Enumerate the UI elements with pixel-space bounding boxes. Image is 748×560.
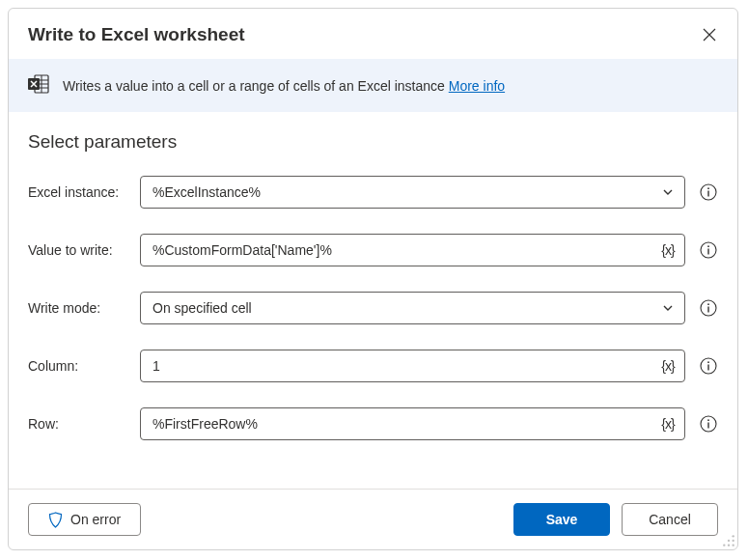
chevron-down-icon[interactable]	[658, 298, 678, 318]
svg-point-24	[723, 545, 725, 546]
shield-icon	[48, 512, 63, 528]
svg-point-26	[733, 545, 734, 546]
info-bar: Writes a value into a cell or a range of…	[9, 59, 737, 112]
row-excel-instance: Excel instance:	[28, 176, 718, 209]
svg-point-7	[707, 187, 709, 189]
info-icon[interactable]	[699, 298, 718, 318]
close-icon	[703, 28, 716, 42]
svg-point-21	[733, 535, 734, 537]
dialog-body: Select parameters Excel instance: Value …	[9, 112, 737, 489]
chevron-down-icon[interactable]	[658, 182, 678, 202]
input-row[interactable]	[140, 407, 685, 440]
input-column[interactable]	[140, 350, 685, 382]
row-row: Row: {x}	[28, 407, 718, 440]
excel-icon	[28, 74, 49, 97]
dialog-title: Write to Excel worksheet	[28, 24, 245, 45]
svg-point-19	[707, 419, 709, 421]
close-button[interactable]	[701, 26, 718, 43]
svg-point-16	[707, 361, 709, 363]
select-excel-instance[interactable]	[140, 176, 685, 209]
select-write-mode[interactable]	[140, 292, 685, 324]
dialog-header: Write to Excel worksheet	[9, 9, 737, 59]
resize-grip-icon[interactable]	[722, 534, 735, 547]
save-button[interactable]: Save	[513, 503, 610, 536]
more-info-link[interactable]: More info	[449, 78, 505, 94]
row-value-to-write: Value to write: {x}	[28, 234, 718, 266]
cancel-button[interactable]: Cancel	[622, 503, 718, 536]
on-error-label: On error	[70, 512, 121, 527]
section-title: Select parameters	[28, 131, 718, 153]
label-row: Row:	[28, 416, 136, 432]
svg-point-23	[733, 540, 734, 542]
svg-point-13	[707, 303, 709, 305]
row-column: Column: {x}	[28, 350, 718, 382]
variable-picker-icon[interactable]: {x}	[658, 414, 678, 434]
variable-picker-icon[interactable]: {x}	[658, 240, 678, 260]
info-icon[interactable]	[699, 356, 718, 376]
on-error-button[interactable]: On error	[28, 503, 141, 536]
svg-point-10	[707, 245, 709, 247]
svg-point-22	[728, 540, 730, 542]
info-text: Writes a value into a cell or a range of…	[63, 78, 449, 94]
info-icon[interactable]	[699, 414, 718, 434]
info-icon[interactable]	[699, 240, 718, 260]
svg-point-25	[728, 545, 730, 546]
label-value-to-write: Value to write:	[28, 242, 136, 258]
info-text-wrap: Writes a value into a cell or a range of…	[63, 78, 505, 94]
footer-right: Save Cancel	[513, 503, 718, 536]
row-write-mode: Write mode:	[28, 292, 718, 324]
svg-rect-11	[707, 249, 708, 255]
svg-rect-17	[707, 365, 708, 371]
variable-picker-icon[interactable]: {x}	[658, 356, 678, 376]
label-excel-instance: Excel instance:	[28, 184, 136, 200]
dialog-footer: On error Save Cancel	[9, 489, 737, 549]
label-column: Column:	[28, 358, 136, 374]
input-value-to-write[interactable]	[140, 234, 685, 266]
svg-rect-8	[707, 191, 708, 197]
svg-rect-14	[707, 307, 708, 313]
dialog-write-to-excel: Write to Excel worksheet Writes a value …	[8, 8, 738, 550]
svg-rect-20	[707, 423, 708, 429]
label-write-mode: Write mode:	[28, 300, 136, 316]
info-icon[interactable]	[699, 182, 718, 202]
